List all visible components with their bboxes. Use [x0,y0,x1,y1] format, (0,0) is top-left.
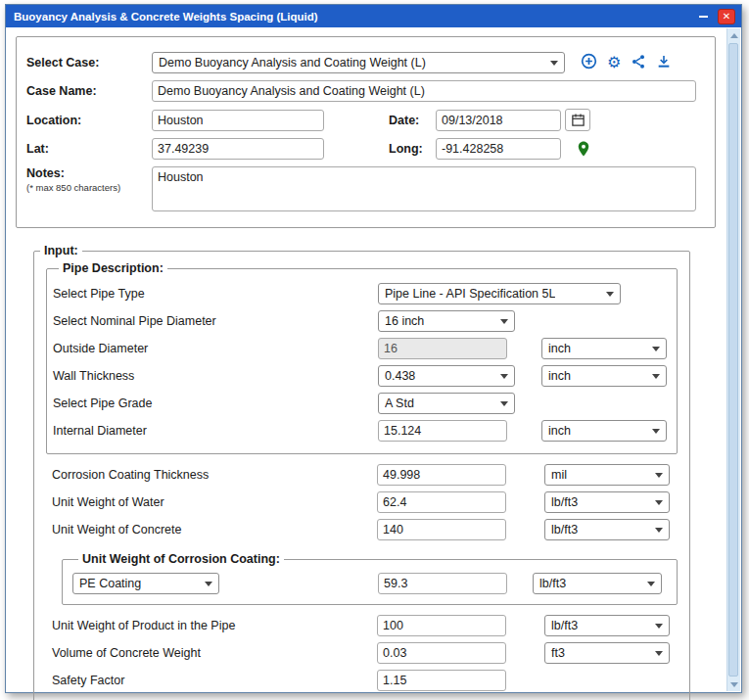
settings-gear-icon[interactable]: ⚙ [607,55,621,70]
unit-weight-concrete-unit-dropdown[interactable]: lb/ft3 [544,519,670,540]
safety-factor-row: Safety Factor [34,670,689,691]
scrollbar-thumb[interactable] [728,43,738,677]
corrosion-coating-legend: Unit Weight of Corrosion Coating: [78,552,284,566]
pipe-grade-dropdown[interactable]: A Std [378,393,515,414]
wall-thickness-label: Wall Thickness [53,369,378,383]
chevron-down-icon [500,319,508,324]
case-action-icons: ⚙ [581,53,672,72]
location-date-row: Location: Date: [26,109,705,131]
safety-factor-label: Safety Factor [52,674,377,687]
wall-thickness-row: Wall Thickness 0.438 inch [53,365,669,387]
vertical-scrollbar[interactable] [726,28,740,691]
chevron-down-icon [500,374,508,379]
add-case-icon[interactable] [581,53,597,72]
nominal-diameter-label: Select Nominal Pipe Diameter [53,314,378,328]
scroll-down-button[interactable] [727,677,740,691]
chevron-down-icon [550,61,558,66]
internal-diameter-unit-dropdown[interactable]: inch [541,420,667,442]
arrow-up-icon [730,33,738,38]
lat-long-row: Lat: Long: [26,138,705,160]
pipe-type-dropdown[interactable]: Pipe Line - API Specification 5L [378,283,621,304]
select-pipe-type-label: Select Pipe Type [53,287,378,301]
outside-diameter-input [378,338,507,359]
outside-diameter-unit-dropdown[interactable]: inch [541,338,667,359]
unit-weight-water-label: Unit Weight of Water [52,495,377,509]
corrosion-coating-thickness-unit-dropdown[interactable]: mil [544,464,670,486]
safety-factor-input[interactable] [377,670,506,691]
wall-thickness-dropdown[interactable]: 0.438 [378,365,515,387]
product-weight-input[interactable] [377,615,506,636]
title-bar[interactable]: Buoyancy Analysis & Concrete Weights Spa… [6,5,741,27]
chevron-down-icon [655,651,663,656]
unit-weight-water-row: Unit Weight of Water lb/ft3 [34,491,689,513]
notes-sublabel: (* max 850 characters) [26,182,152,193]
chevron-down-icon [606,292,614,297]
share-icon[interactable] [631,54,646,72]
concrete-volume-unit-dropdown[interactable]: ft3 [544,642,670,664]
chevron-down-icon [652,374,660,379]
nominal-diameter-dropdown[interactable]: 16 inch [378,310,515,332]
unit-weight-water-unit-dropdown[interactable]: lb/ft3 [544,491,670,513]
outside-diameter-label: Outside Diameter [53,342,378,355]
coating-type-dropdown[interactable]: PE Coating [72,573,219,594]
product-weight-row: Unit Weight of Product in the Pipe lb/ft… [34,615,689,636]
wall-thickness-unit-dropdown[interactable]: inch [541,365,667,387]
pipe-grade-label: Select Pipe Grade [53,397,378,410]
date-input[interactable] [436,110,561,131]
internal-diameter-label: Internal Diameter [53,424,378,438]
close-button[interactable]: ✕ [718,9,735,24]
lat-input[interactable] [152,138,324,160]
case-name-label: Case Name: [26,84,152,98]
chevron-down-icon [655,500,663,505]
long-label: Long: [389,142,436,156]
internal-diameter-row: Internal Diameter inch [53,420,669,442]
select-case-dropdown[interactable]: Demo Buoyancy Analysis and Coating Weigh… [152,52,565,73]
chevron-down-icon [652,429,660,434]
concrete-volume-row: Volume of Concrete Weight ft3 [34,642,689,664]
window-title: Buoyancy Analysis & Concrete Weights Spa… [14,11,694,23]
notes-row: Notes: (* max 850 characters) [26,166,705,211]
minimize-button[interactable] [694,9,712,24]
notes-textarea[interactable] [152,166,696,211]
coating-weight-input[interactable] [378,573,507,594]
select-case-row: Select Case: Demo Buoyancy Analysis and … [26,52,705,73]
map-pin-icon[interactable] [575,140,592,158]
calendar-button[interactable] [565,109,590,131]
product-weight-unit-dropdown[interactable]: lb/ft3 [544,615,670,636]
chevron-down-icon [655,528,663,533]
case-name-input[interactable] [152,80,696,102]
arrow-down-icon [730,682,738,687]
coating-weight-unit-dropdown[interactable]: lb/ft3 [533,573,662,594]
minimize-icon [699,16,708,18]
corrosion-coating-thickness-label: Corrosion Coating Thickness [52,468,377,482]
input-section: Input: Pipe Description: Select Pipe Typ… [33,244,690,700]
concrete-volume-input[interactable] [377,642,506,664]
dialog-content: Select Case: Demo Buoyancy Analysis and … [6,27,741,692]
case-name-row: Case Name: [26,80,705,102]
unit-weight-water-input[interactable] [377,491,506,513]
nominal-diameter-row: Select Nominal Pipe Diameter 16 inch [53,310,669,332]
case-header-box: Select Case: Demo Buoyancy Analysis and … [16,36,716,228]
notes-label-block: Notes: (* max 850 characters) [26,166,152,193]
unit-weight-concrete-label: Unit Weight of Concrete [52,523,377,537]
chevron-down-icon [205,582,212,586]
unit-weight-concrete-row: Unit Weight of Concrete lb/ft3 [34,519,689,540]
download-icon[interactable] [656,54,672,72]
scroll-up-button[interactable] [727,28,740,42]
chevron-down-icon [647,582,655,586]
long-input[interactable] [436,138,561,160]
pipe-description-section: Pipe Description: Select Pipe Type Pipe … [46,261,678,454]
internal-diameter-input[interactable] [378,420,507,442]
lat-label: Lat: [26,142,152,156]
chevron-down-icon [500,401,508,406]
corrosion-coating-thickness-input[interactable] [377,464,506,486]
concrete-volume-label: Volume of Concrete Weight [52,646,377,660]
chevron-down-icon [655,473,663,478]
location-input[interactable] [152,110,324,131]
dialog-window: Buoyancy Analysis & Concrete Weights Spa… [5,4,742,693]
date-label: Date: [389,114,436,127]
input-legend: Input: [40,244,82,257]
corrosion-coating-row: PE Coating lb/ft3 [72,573,667,594]
pipe-description-legend: Pipe Description: [59,261,167,275]
unit-weight-concrete-input[interactable] [377,519,506,540]
